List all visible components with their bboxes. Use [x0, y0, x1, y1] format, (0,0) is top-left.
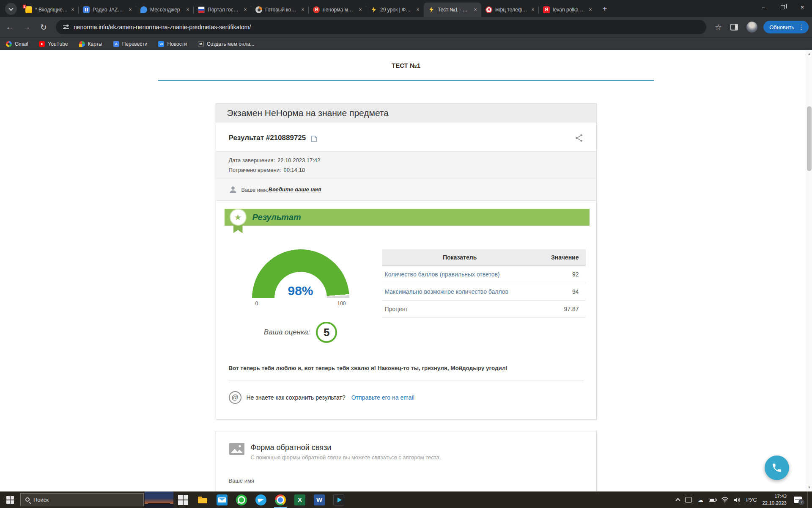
news-widget-thumbnail[interactable]	[145, 491, 173, 508]
tab-close-icon[interactable]: ×	[357, 6, 364, 13]
clock-time: 17:43	[762, 493, 787, 500]
browser-tab[interactable]: Мессенджер×	[136, 3, 194, 17]
tray-expand-icon[interactable]	[676, 498, 680, 502]
feedback-form-card: Форма обратной связи С помощью формы обр…	[216, 431, 597, 491]
browser-tab[interactable]: Яlevan polka — Ян×	[539, 3, 596, 17]
url-text: nenorma.info/ekzamen-nenorma-na-znanie-p…	[74, 24, 251, 30]
lightning-icon	[429, 7, 433, 13]
scrollbar-thumb[interactable]	[807, 106, 812, 171]
new-tab-button[interactable]: +	[599, 3, 611, 15]
call-fab-button[interactable]	[765, 456, 789, 480]
whatsapp-icon	[236, 494, 247, 505]
scroll-down-arrow[interactable]: ▼	[806, 484, 812, 491]
tab-close-icon[interactable]: ×	[529, 6, 536, 13]
chrome-icon	[275, 494, 286, 505]
browser-tab[interactable]: 29 урок | Форум×	[366, 3, 424, 17]
start-button[interactable]	[0, 491, 20, 508]
copy-icon[interactable]	[311, 134, 317, 142]
show-desktop-button[interactable]	[807, 491, 809, 508]
tablet-mode-icon[interactable]	[685, 497, 692, 502]
menu-dots-icon[interactable]: ⋮	[798, 23, 804, 31]
scroll-up-arrow[interactable]: ▲	[806, 51, 812, 57]
taskbar-app-telegram[interactable]	[251, 491, 271, 508]
bookmark-youtube[interactable]: YouTube	[39, 41, 68, 47]
minimize-button[interactable]: –	[754, 0, 773, 14]
finish-date-value: 22.10.2023 17:42	[277, 157, 320, 163]
tab-title: мфц телефон —	[495, 7, 528, 13]
yandex-mail-favicon: 1	[25, 6, 32, 13]
web-page: ТЕСТ №1 Экзамен НеНорма на знание предме…	[0, 50, 812, 491]
browser-tab[interactable]: Готовый контент×	[251, 3, 309, 17]
exam-card-header: Экзамен НеНорма на знание предмета	[216, 104, 596, 122]
address-bar[interactable]: nenorma.info/ekzamen-nenorma-na-znanie-p…	[56, 20, 706, 34]
pause-bar	[85, 8, 86, 11]
taskbar-app-whatsapp[interactable]	[232, 491, 251, 508]
reload-button[interactable]: ↻	[36, 20, 51, 34]
phone-icon	[771, 462, 782, 473]
excel-icon: X	[294, 494, 305, 505]
profile-avatar[interactable]	[746, 22, 757, 33]
taskbar-app-word[interactable]: W	[310, 491, 329, 508]
forward-button[interactable]: →	[19, 20, 34, 34]
taskbar-app-tiles[interactable]	[173, 491, 193, 508]
tab-close-icon[interactable]: ×	[69, 6, 76, 13]
result-meta-band: Дата завершения:22.10.2023 17:42 Потраче…	[216, 151, 596, 179]
tab-close-icon[interactable]: ×	[184, 6, 191, 13]
browser-tab[interactable]: Тест №1 - Метод×	[424, 3, 481, 17]
tab-close-icon[interactable]: ×	[414, 6, 421, 13]
taskbar-app-chrome[interactable]	[271, 491, 290, 508]
browser-tab[interactable]: Ямфц телефон — ×	[481, 3, 539, 17]
bookmark-gmail[interactable]: Gmail	[6, 41, 28, 47]
close-button[interactable]: ×	[793, 0, 812, 14]
back-button[interactable]: ←	[3, 20, 17, 34]
share-icon[interactable]	[574, 133, 584, 143]
send-email-link[interactable]: Отправьте его на email	[351, 394, 414, 401]
media-icon	[333, 494, 344, 505]
tab-close-icon[interactable]: ×	[472, 6, 479, 13]
onedrive-cloud-icon[interactable]: ☁	[697, 497, 703, 503]
update-browser-button[interactable]: Обновить ⋮	[763, 21, 809, 33]
forum-bolt-favicon	[370, 6, 377, 13]
messenger-favicon	[140, 6, 147, 13]
browser-tab[interactable]: 1* Входящие — Я×	[21, 3, 79, 17]
bookmark-meme[interactable]: МСоздать мем онла...	[198, 41, 254, 47]
volume-icon[interactable]	[734, 497, 741, 503]
language-indicator[interactable]: РУС	[746, 497, 757, 503]
bookmark-maps[interactable]: Карты	[79, 41, 102, 47]
metric-value: 92	[538, 266, 586, 283]
tab-close-icon[interactable]: ×	[587, 6, 594, 13]
name-input-placeholder[interactable]: Введите ваше имя	[269, 186, 321, 193]
bookmark-vk[interactable]: VKНовости	[158, 41, 187, 47]
wifi-icon[interactable]	[721, 497, 728, 502]
taskbar-clock[interactable]: 17:43 22.10.2023	[762, 493, 787, 506]
your-name-label: Ваше имя:	[241, 187, 269, 193]
windows-taskbar: Поиск XW ☁ РУС 17:43 22.10.2023 7	[0, 491, 812, 508]
taskbar-app-excel[interactable]: X	[290, 491, 310, 508]
bookmark-label: Gmail	[15, 41, 28, 47]
restore-button[interactable]	[773, 0, 793, 14]
browser-tab[interactable]: Портал государс×	[194, 3, 251, 17]
taskbar-app-file-explorer[interactable]	[193, 491, 212, 508]
finish-date-label: Дата завершения:	[229, 157, 275, 163]
bookmark-translate[interactable]: AПеревести	[113, 41, 148, 47]
browser-tab[interactable]: Яненорма мск — ×	[309, 3, 366, 17]
tab-search-button[interactable]	[5, 3, 17, 15]
side-panel-icon[interactable]	[730, 24, 738, 30]
bookmark-star-icon[interactable]: ☆	[715, 22, 722, 32]
tab-title: levan polka — Ян	[553, 7, 585, 13]
tab-close-icon[interactable]: ×	[299, 6, 306, 13]
browser-tab[interactable]: Радио JAZZ - Mo×	[79, 3, 136, 17]
battery-icon[interactable]	[709, 498, 716, 502]
taskbar-app-media[interactable]	[329, 491, 348, 508]
page-title: ТЕСТ №1	[0, 62, 812, 69]
taskbar-search-box[interactable]: Поиск	[20, 493, 144, 506]
pause-bar	[87, 8, 88, 11]
tab-close-icon[interactable]: ×	[242, 6, 249, 13]
tab-close-icon[interactable]: ×	[127, 6, 134, 13]
taskbar-app-mail[interactable]	[212, 491, 232, 508]
word-icon: W	[314, 494, 325, 505]
site-settings-icon[interactable]	[63, 25, 69, 30]
notifications-icon[interactable]: 7	[794, 497, 802, 503]
windows-logo-icon	[6, 496, 14, 504]
metric-label: Максимально возможное количество баллов	[382, 283, 538, 301]
